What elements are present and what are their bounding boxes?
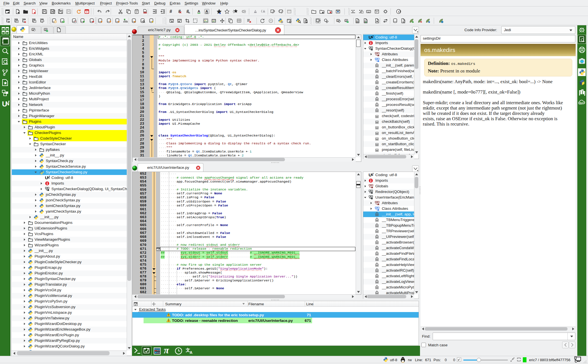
svg-text:A: A bbox=[205, 9, 208, 13]
svg-text:?: ? bbox=[63, 21, 64, 23]
svg-text:Qt: Qt bbox=[357, 21, 358, 22]
svg-text:A: A bbox=[197, 9, 200, 13]
svg-text:i: i bbox=[398, 10, 399, 13]
svg-text:%: % bbox=[188, 11, 190, 14]
svg-text:MQTT: MQTT bbox=[579, 102, 584, 104]
svg-text:A: A bbox=[190, 350, 192, 355]
svg-text:#: # bbox=[170, 9, 172, 14]
